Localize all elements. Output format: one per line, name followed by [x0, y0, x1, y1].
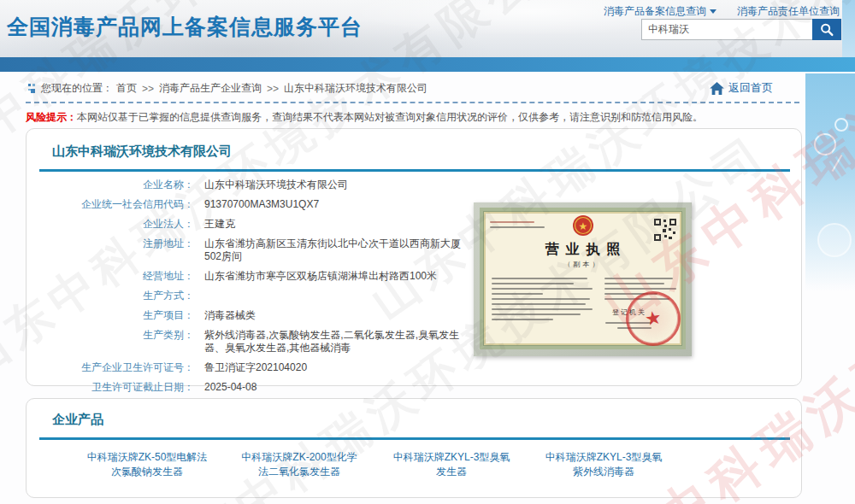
field-value: 王建克 [204, 218, 235, 231]
return-home-label: 返回首页 [728, 80, 773, 96]
risk-notice-text: 本网站仅基于已掌握的信息提供查询服务，查询结果不代表本网站对被查询对象信用状况的… [77, 111, 703, 123]
breadcrumb: 您现在的位置： 首页 >> 消毒产品生产企业查询 >> 山东中科瑞沃环境技术有限… [26, 81, 428, 96]
molecule-ring-icon [814, 133, 836, 155]
field-value: 山东中科瑞沃环境技术有限公司 [204, 179, 348, 191]
breadcrumb-prefix: 您现在的位置： [41, 81, 113, 96]
field-label: 卫生许可证截止日期： [27, 381, 194, 394]
molecule-ring-icon [834, 118, 848, 132]
license-body-left [492, 278, 596, 324]
svg-text:★: ★ [578, 220, 587, 232]
field-row: 生产方式： [27, 290, 505, 302]
field-row: 注册地址：山东省潍坊高新区玉清东街以北中心次干道以西商新大厦502房间 [27, 237, 505, 263]
field-value: 紫外线消毒器,次氯酸钠发生器,二氧化氯发生器,臭氧发生器、臭氧水发生器,其他器械… [204, 329, 471, 355]
field-label: 企业统一社会信用代码： [27, 198, 194, 211]
nav-record-info-query[interactable]: 消毒产品备案信息查询 [604, 4, 716, 19]
chevron-down-icon [710, 9, 716, 14]
search-input[interactable] [641, 19, 812, 40]
field-value: 山东省潍坊高新区玉清东街以北中心次干道以西商新大厦502房间 [204, 237, 471, 263]
title-underline [39, 437, 790, 440]
company-title: 山东中科瑞沃环境技术有限公司 [52, 144, 232, 160]
field-label: 生产类别： [27, 329, 194, 355]
breadcrumb-separator: >> [267, 83, 279, 95]
field-row: 生产类别：紫外线消毒器,次氯酸钠发生器,二氧化氯发生器,臭氧发生器、臭氧水发生器… [27, 329, 505, 355]
navbar-strip [0, 57, 855, 73]
field-value: 山东省潍坊市寒亭区双杨店镇湖淋埠出村路西100米 [204, 270, 437, 283]
field-value: 91370700MA3M3U1QX7 [204, 198, 319, 211]
field-value: 2025-04-08 [204, 381, 256, 394]
license-paper: ★ 营业执照 （副本） [480, 208, 686, 349]
product-link[interactable]: 中科瑞沃牌ZKYL-3型臭氧紫外线消毒器 [528, 450, 680, 479]
location-icon [26, 84, 35, 93]
breadcrumb-current: 山东中科瑞沃环境技术有限公司 [284, 81, 428, 96]
dashed-divider [26, 102, 799, 103]
product-link[interactable]: 中科瑞沃牌ZKYL-3型臭氧发生器 [375, 450, 528, 479]
molecule-bond [832, 155, 843, 172]
field-row: 企业法人：王建克 [27, 218, 505, 231]
field-label: 企业名称： [27, 179, 194, 191]
product-link[interactable]: 中科瑞沃牌ZK-50型电解法次氯酸钠发生器 [71, 450, 223, 479]
search-bar [641, 19, 841, 40]
field-label: 生产企业卫生许可证号： [27, 361, 194, 374]
nav-responsible-unit-query[interactable]: 消毒产品责任单位查询 [737, 4, 840, 19]
product-list: 中科瑞沃牌ZK-50型电解法次氯酸钠发生器 中科瑞沃牌ZK-200型化学法二氧化… [71, 450, 680, 479]
products-card: 企业产品 中科瑞沃牌ZK-50型电解法次氯酸钠发生器 中科瑞沃牌ZK-200型化… [26, 398, 802, 498]
nav-responsible-unit-query-label: 消毒产品责任单位查询 [737, 4, 840, 19]
national-emblem-icon: ★ [572, 214, 594, 243]
field-label: 注册地址： [27, 237, 194, 263]
business-license-image: ★ 营业执照 （副本） [474, 202, 692, 356]
seal-star-icon: ★ [643, 308, 663, 329]
title-underline [39, 169, 790, 172]
license-header-lines [490, 221, 545, 231]
risk-notice: 风险提示：本网站仅基于已掌握的信息提供查询服务，查询结果不代表本网站对被查询对象… [26, 110, 703, 125]
nav-record-info-query-label: 消毒产品备案信息查询 [604, 4, 706, 19]
field-row: 卫生许可证截止日期：2025-04-08 [27, 381, 505, 394]
field-label: 生产项目： [27, 309, 194, 322]
home-icon [710, 82, 724, 95]
field-label: 经营地址： [27, 270, 194, 283]
molecule-decoration [805, 73, 855, 291]
field-row: 企业名称：山东中科瑞沃环境技术有限公司 [27, 179, 505, 191]
company-card: 山东中科瑞沃环境技术有限公司 企业名称：山东中科瑞沃环境技术有限公司 企业统一社… [26, 128, 802, 386]
field-row: 经营地址：山东省潍坊市寒亭区双杨店镇湖淋埠出村路西100米 [27, 270, 505, 283]
breadcrumb-home-link[interactable]: 首页 [116, 81, 137, 96]
breadcrumb-separator: >> [142, 83, 154, 95]
breadcrumb-enterprise-query-link[interactable]: 消毒产品生产企业查询 [159, 81, 262, 96]
product-link[interactable]: 中科瑞沃牌ZK-200型化学法二氧化氯发生器 [223, 450, 375, 479]
products-title: 企业产品 [52, 412, 103, 428]
search-button[interactable] [812, 19, 841, 40]
field-value: 鲁卫消证字202104020 [204, 361, 307, 374]
search-icon [819, 22, 834, 38]
field-row: 企业统一社会信用代码：91370700MA3M3U1QX7 [27, 198, 505, 211]
header: 全国消毒产品网上备案信息服务平台 消毒产品备案信息查询 消毒产品责任单位查询 [0, 0, 855, 57]
molecule-ring-icon [817, 223, 852, 257]
site-title: 全国消毒产品网上备案信息服务平台 [7, 13, 363, 41]
field-label: 生产方式： [27, 290, 194, 302]
corner-decoration [842, 0, 855, 57]
page: 全国消毒产品网上备案信息服务平台 消毒产品备案信息查询 消毒产品责任单位查询 [0, 0, 855, 504]
return-home-link[interactable]: 返回首页 [710, 80, 773, 96]
qr-code [653, 218, 677, 245]
field-row: 生产企业卫生许可证号：鲁卫消证字202104020 [27, 361, 505, 374]
field-value: 消毒器械类 [204, 309, 256, 322]
field-row: 生产项目：消毒器械类 [27, 309, 505, 322]
top-nav: 消毒产品备案信息查询 消毒产品责任单位查询 [604, 4, 840, 19]
company-fields: 企业名称：山东中科瑞沃环境技术有限公司 企业统一社会信用代码：91370700M… [27, 179, 505, 401]
license-subtitle: （副本） [483, 260, 682, 269]
field-label: 企业法人： [27, 218, 194, 231]
risk-notice-label: 风险提示： [26, 111, 77, 123]
